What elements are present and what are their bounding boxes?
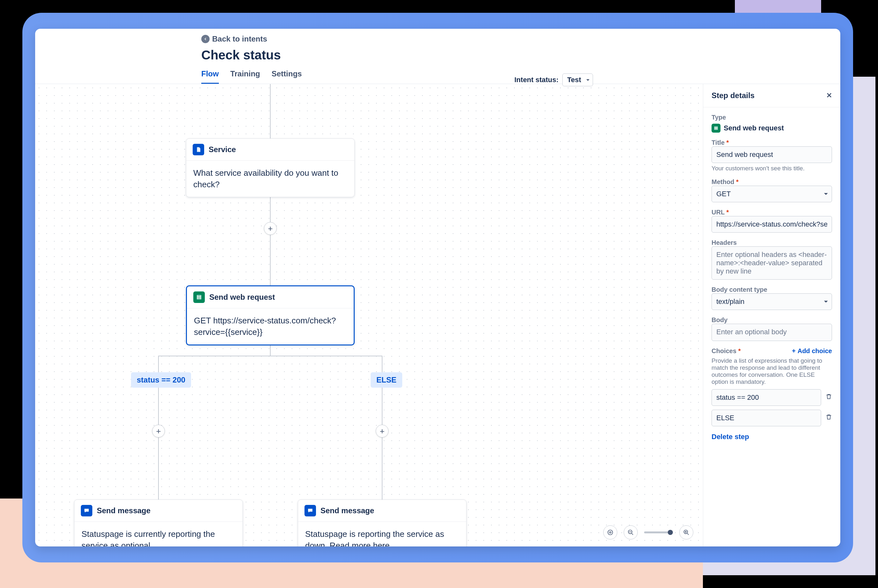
tab-training[interactable]: Training — [230, 69, 260, 84]
node-service-title: Service — [209, 145, 236, 154]
headers-label: Headers — [712, 239, 832, 246]
url-label: URL — [712, 208, 725, 216]
bodytype-label: Body content type — [712, 286, 832, 293]
add-step-button[interactable]: + — [264, 222, 277, 235]
headers-input[interactable]: Enter optional headers as <header-name>:… — [712, 246, 832, 280]
page-title: Check status — [201, 48, 550, 62]
delete-step-link[interactable]: Delete step — [712, 433, 832, 441]
method-label: Method — [712, 178, 734, 185]
type-label: Type — [712, 114, 832, 121]
panel-title: Step details — [712, 91, 755, 100]
add-step-left-button[interactable]: + — [152, 425, 165, 438]
type-value: Send web request — [724, 124, 784, 132]
method-select[interactable]: GET — [712, 186, 832, 202]
choice-input-2[interactable] — [712, 410, 821, 426]
zoom-out-button[interactable] — [624, 525, 638, 539]
node-web-request[interactable]: Send web request GET https://service-sta… — [186, 285, 355, 345]
web-request-icon — [193, 291, 205, 303]
zoom-slider[interactable] — [644, 531, 673, 533]
document-icon — [193, 144, 204, 155]
add-step-right-button[interactable]: + — [376, 425, 388, 438]
body-input[interactable]: Enter an optional body — [712, 324, 832, 341]
plus-icon: + — [792, 347, 796, 355]
title-field-label: Title — [712, 139, 725, 146]
message-icon — [304, 505, 316, 516]
tab-flow[interactable]: Flow — [201, 69, 219, 84]
close-icon[interactable]: ✕ — [826, 92, 832, 100]
flow-canvas[interactable]: Service What service availability do you… — [35, 84, 703, 546]
branch-label-status[interactable]: status == 200 — [131, 372, 191, 388]
web-request-icon — [712, 124, 721, 133]
svg-rect-1 — [198, 150, 199, 151]
trash-icon[interactable] — [826, 414, 832, 422]
back-to-intents-link[interactable]: Back to intents — [201, 34, 550, 44]
message-icon — [81, 505, 92, 516]
body-label: Body — [712, 316, 832, 324]
node-msg-right-title: Send message — [321, 506, 374, 515]
branch-label-else[interactable]: ELSE — [371, 372, 402, 388]
svg-rect-0 — [198, 149, 199, 150]
bodytype-select[interactable]: text/plain — [712, 293, 832, 310]
back-arrow-icon — [201, 35, 210, 43]
title-input[interactable] — [712, 146, 832, 163]
node-service-body: What service availability do you want to… — [186, 161, 354, 197]
node-msg-right-body: Statuspage is reporting the service as d… — [298, 522, 466, 546]
choices-label: Choices — [712, 347, 736, 354]
bodytype-value: text/plain — [716, 297, 745, 306]
back-label: Back to intents — [212, 34, 267, 44]
svg-line-10 — [687, 533, 689, 535]
choices-description: Provide a list of expressions that going… — [712, 357, 832, 386]
intent-status-value: Test — [567, 76, 581, 84]
node-web-title: Send web request — [209, 293, 275, 302]
choice-input-1[interactable] — [712, 389, 821, 406]
add-choice-label: Add choice — [797, 347, 832, 355]
svg-point-2 — [610, 532, 611, 533]
svg-point-3 — [608, 530, 613, 535]
url-input[interactable] — [712, 216, 832, 232]
trash-icon[interactable] — [826, 393, 832, 402]
svg-line-6 — [632, 533, 633, 535]
recenter-button[interactable] — [603, 525, 617, 539]
node-msg-left-title: Send message — [97, 506, 150, 515]
method-value: GET — [716, 190, 731, 198]
intent-status-label: Intent status: — [514, 76, 559, 84]
node-msg-left-body: Statuspage is currently reporting the se… — [75, 522, 243, 546]
zoom-in-button[interactable] — [679, 525, 693, 539]
add-choice-button[interactable]: + Add choice — [792, 347, 832, 355]
title-hint: Your customers won't see this title. — [712, 165, 832, 172]
node-web-body: GET https://service-status.com/check?ser… — [187, 308, 354, 345]
tab-settings[interactable]: Settings — [271, 69, 302, 84]
